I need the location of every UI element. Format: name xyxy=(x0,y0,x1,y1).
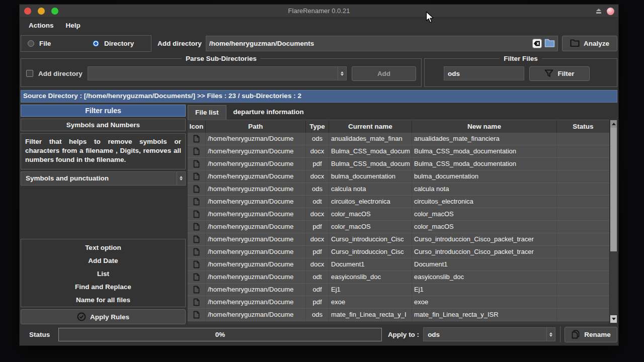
apply-to-spinner[interactable] xyxy=(546,328,555,341)
column-header-new-name[interactable]: New name xyxy=(412,120,557,133)
rule-tab-symbols-and-numbers[interactable]: Symbols and Numbers xyxy=(21,119,186,131)
column-header-icon[interactable]: Icon xyxy=(188,120,206,133)
cell-status xyxy=(557,284,609,296)
file-table-body: /home/henryguzman/Documeodsanualidades_m… xyxy=(188,133,609,324)
cell-status xyxy=(557,309,609,321)
radio-directory-control[interactable] xyxy=(93,40,99,47)
cell-current-name: mate_fin_Linea_recta_y_I xyxy=(329,309,412,321)
cell-current-name: color_macOS xyxy=(329,208,412,220)
cell-current-name: calcula nota xyxy=(329,183,412,195)
cell-path: /home/henryguzman/Docume xyxy=(206,133,306,145)
radio-directory-label: Directory xyxy=(104,40,134,47)
radio-file-control[interactable] xyxy=(28,40,34,47)
cell-status xyxy=(557,246,609,258)
file-icon xyxy=(188,296,206,308)
filter-extension-input[interactable] xyxy=(444,67,539,80)
sidebar-item-list[interactable]: List xyxy=(21,267,185,281)
subdirectory-spinner[interactable] xyxy=(338,67,346,80)
cell-type: docx xyxy=(306,208,329,220)
table-row[interactable]: /home/henryguzman/DocumepdfBulma_CSS_mod… xyxy=(188,158,609,170)
filter-files-title: Filter Files xyxy=(500,55,542,62)
add-directory-checkbox[interactable] xyxy=(26,70,33,77)
rename-button[interactable]: Rename xyxy=(565,327,617,342)
file-icon xyxy=(188,145,206,157)
cell-path: /home/henryguzman/Docume xyxy=(206,296,306,308)
sidebar-item-text-option[interactable]: Text option xyxy=(21,241,185,254)
table-row[interactable]: /home/henryguzman/Documedocxcolor_macOSc… xyxy=(188,208,609,221)
table-row[interactable]: /home/henryguzman/Documeodsmate_fin_Line… xyxy=(188,309,609,321)
file-icon xyxy=(188,196,206,208)
symbols-dropdown[interactable]: Symbols and punctuation xyxy=(21,171,186,186)
apply-to-select[interactable]: ods xyxy=(423,327,555,341)
cell-status xyxy=(557,221,609,233)
browse-folder-icon[interactable] xyxy=(544,39,555,48)
cell-new-name: Bulma_CSS_moda_documentation xyxy=(412,158,557,170)
tab-file-list[interactable]: File list xyxy=(188,105,226,120)
subdirectory-input[interactable] xyxy=(88,67,338,80)
table-row[interactable]: /home/henryguzman/DocumedocxCurso_introd… xyxy=(188,233,609,246)
cell-new-name: bulma_documentation xyxy=(412,170,557,183)
cell-path: /home/henryguzman/Docume xyxy=(206,145,306,157)
sidebar-item-find-and-replace[interactable]: Find and Replace xyxy=(21,281,185,294)
scroll-down-button[interactable] xyxy=(610,315,617,323)
analyze-button[interactable]: Analyze xyxy=(562,36,617,51)
table-row[interactable]: /home/henryguzman/Documeodtcircuitos_ele… xyxy=(188,196,609,208)
file-icon xyxy=(188,258,206,270)
sidebar-item-add-date[interactable]: Add Date xyxy=(21,254,185,267)
table-row[interactable]: /home/henryguzman/Documepdfexoeexoe xyxy=(188,296,609,309)
apply-rules-button[interactable]: Apply Rules xyxy=(21,309,186,324)
table-row[interactable]: /home/henryguzman/DocumepdfCurso_introdu… xyxy=(188,246,609,258)
cell-current-name: Bulma_CSS_moda_docum xyxy=(329,145,412,157)
menu-actions[interactable]: Actions xyxy=(29,22,54,29)
file-icon xyxy=(188,284,206,296)
file-table-area: File listdeparture information IconPathT… xyxy=(188,105,617,324)
titlebar[interactable]: FlareRenamer 0.0.21 xyxy=(20,5,618,18)
tab-departure-information[interactable]: departure information xyxy=(226,105,311,120)
cell-path: /home/henryguzman/Docume xyxy=(206,284,306,296)
eject-icon[interactable] xyxy=(596,9,602,14)
scroll-up-button[interactable] xyxy=(610,120,617,128)
filter-button[interactable]: Filter xyxy=(529,66,590,81)
subdirectory-input-box[interactable] xyxy=(88,66,347,80)
add-directory-checkbox-label: Add directory xyxy=(38,70,83,77)
cell-current-name: easyiconslib_doc xyxy=(329,271,412,283)
cell-status xyxy=(557,133,609,145)
column-header-current-name[interactable]: Current name xyxy=(329,120,412,133)
cell-status xyxy=(557,208,609,220)
add-button[interactable]: Add xyxy=(352,66,416,81)
column-header-status[interactable]: Status xyxy=(557,120,609,133)
radio-file[interactable]: File xyxy=(21,40,86,47)
directory-path-field[interactable] xyxy=(206,36,558,51)
rename-button-label: Rename xyxy=(584,331,611,338)
menu-help[interactable]: Help xyxy=(66,22,80,29)
symbols-dropdown-spinner[interactable] xyxy=(177,172,185,185)
clear-path-icon[interactable] xyxy=(532,39,542,48)
cell-new-name: anualidades_mate_financiera xyxy=(412,133,557,145)
add-directory-checkbox-row[interactable]: Add directory xyxy=(26,70,83,77)
column-header-path[interactable]: Path xyxy=(206,120,306,133)
file-icon xyxy=(188,183,206,195)
radio-file-label: File xyxy=(39,40,51,47)
vertical-scrollbar[interactable] xyxy=(609,120,617,323)
table-row[interactable]: /home/henryguzman/Documeodsanualidades_m… xyxy=(188,133,609,145)
directory-path-input[interactable] xyxy=(206,36,532,51)
scrollbar-thumb[interactable] xyxy=(610,128,617,251)
cell-status xyxy=(557,233,609,245)
table-row[interactable]: /home/henryguzman/Documepdfcolor_macOSco… xyxy=(188,221,609,233)
file-icon xyxy=(188,133,206,145)
filter-extension-box[interactable] xyxy=(444,66,524,80)
cell-status xyxy=(557,183,609,195)
footer-divider xyxy=(560,326,561,342)
table-row[interactable]: /home/henryguzman/DocumeodfEj1Ej1 xyxy=(188,284,609,296)
table-row[interactable]: /home/henryguzman/DocumedocxBulma_CSS_mo… xyxy=(188,145,609,158)
table-row[interactable]: /home/henryguzman/Documeodteasyiconslib_… xyxy=(188,271,609,284)
table-row[interactable]: /home/henryguzman/Documedocxbulma_docume… xyxy=(188,170,609,183)
status-orb-icon xyxy=(607,8,614,15)
column-header-type[interactable]: Type xyxy=(306,120,329,133)
cell-current-name: Ej1 xyxy=(329,284,412,296)
sidebar-item-name-for-all-files[interactable]: Name for all files xyxy=(21,294,185,307)
table-row[interactable]: /home/henryguzman/DocumedocxDocument1Doc… xyxy=(188,258,609,271)
radio-directory[interactable]: Directory xyxy=(86,40,151,47)
cell-path: /home/henryguzman/Docume xyxy=(206,221,306,233)
table-row[interactable]: /home/henryguzman/Documeodscalcula notac… xyxy=(188,183,609,196)
